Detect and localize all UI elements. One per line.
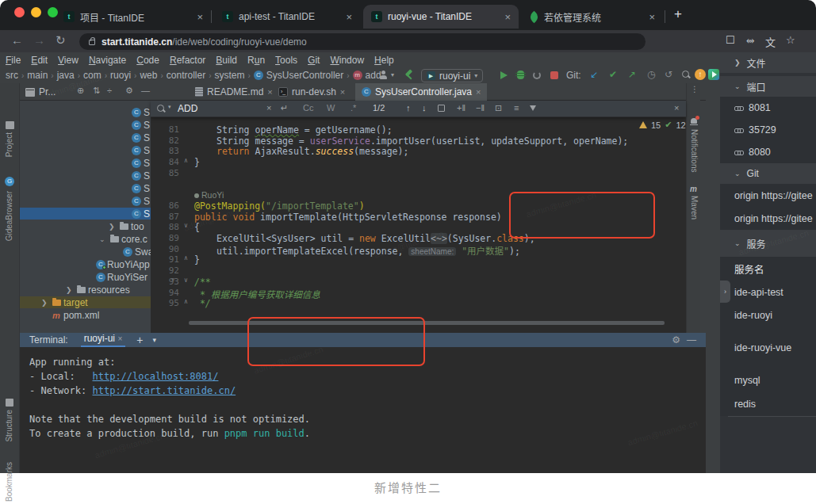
sidebar-collapse-handle[interactable]: › xyxy=(720,281,730,303)
crumb-item[interactable]: controller xyxy=(167,70,205,81)
menu-item-tools[interactable]: Tools xyxy=(275,55,297,66)
stripe-project-label[interactable]: Project xyxy=(5,132,13,157)
stripe-structure-label[interactable]: Structure xyxy=(5,410,13,442)
crumb-item[interactable]: java xyxy=(57,70,75,81)
tree-item-target[interactable]: ❯target xyxy=(20,296,151,308)
profile-button[interactable]: ▾ xyxy=(379,71,394,79)
tree-item-pomxml[interactable]: mpom.xml xyxy=(20,309,151,321)
menu-item-build[interactable]: Build xyxy=(216,55,237,66)
menu-item-edit[interactable]: Edit xyxy=(31,55,48,66)
menu-item-help[interactable]: Help xyxy=(374,55,394,66)
coverage-button[interactable] xyxy=(533,71,541,79)
sidebar-row-mysql[interactable]: mysql xyxy=(720,368,816,392)
inspection-widget[interactable]: 15 ✔ 12 ˄ ˅ xyxy=(639,120,686,130)
collapse-all-icon[interactable]: ÷ xyxy=(107,86,112,95)
menu-item-view[interactable]: View xyxy=(58,55,79,66)
git-push-icon[interactable]: ↗ xyxy=(628,69,636,80)
browser-tab[interactable]: truoyi-vue - TitanIDE× xyxy=(363,5,519,29)
menu-item-run[interactable]: Run xyxy=(247,55,265,66)
project-stripe-icon[interactable] xyxy=(6,121,14,129)
project-tree[interactable]: CSCSCSCSCSCSCSCSCS❯too⌄core.cCSwaCRuoYiA… xyxy=(20,101,151,333)
crumb-item[interactable]: system xyxy=(215,70,245,81)
crumb-class-item[interactable]: CSysUserController xyxy=(254,70,343,81)
tree-item-s[interactable]: CS xyxy=(20,208,151,220)
sidebar-row-ideruoyi[interactable]: ide-ruoyi xyxy=(720,304,816,326)
menu-item-git[interactable]: Git xyxy=(308,55,320,66)
sidebar-section-0[interactable]: ❯文件 xyxy=(720,52,816,73)
bookmark-star-icon[interactable]: ☆ xyxy=(786,34,795,46)
find-open-in-editor-icon[interactable] xyxy=(438,105,445,112)
reload-icon[interactable]: ↻ xyxy=(56,33,66,48)
terminal-tab[interactable]: ruoyi-ui × xyxy=(81,333,126,347)
find-toggle-Cc[interactable]: Cc xyxy=(303,103,313,113)
terminal-dropdown-icon[interactable]: ▾ xyxy=(152,336,156,344)
rollback-icon[interactable]: ↺ xyxy=(665,69,672,80)
window-close-button[interactable] xyxy=(14,7,25,17)
terminal-settings-gear-icon[interactable]: ⚙ xyxy=(672,334,680,346)
tree-item-s[interactable]: CS xyxy=(20,144,151,156)
fold-icon[interactable]: ∧ xyxy=(184,157,188,164)
find-select-all-icon[interactable]: ⊡ xyxy=(495,103,502,113)
stripe-more-icon[interactable]: ⋮ xyxy=(691,85,699,94)
editor-tab[interactable]: ›_run-dev.sh× xyxy=(272,83,351,101)
find-newline-icon[interactable]: ↵ xyxy=(281,103,288,113)
project-panel-title[interactable]: Pr... xyxy=(25,86,56,97)
find-clear-icon[interactable]: × xyxy=(266,103,271,113)
terminal-tab-close-icon[interactable]: × xyxy=(117,334,122,343)
tree-item-resources[interactable]: ❯resources xyxy=(20,284,151,296)
tree-item-s[interactable]: CS xyxy=(20,195,151,207)
password-key-icon[interactable]: ⥈ xyxy=(746,34,754,47)
sidebar-section-3[interactable]: ⌄服务 xyxy=(720,230,816,257)
find-add-selection-icon[interactable]: +‖ xyxy=(457,103,465,113)
sidebar-row-ideapitest[interactable]: ide-api-test xyxy=(720,281,816,304)
stop-button[interactable] xyxy=(550,71,558,79)
browser-tab[interactable]: tapi-test - TitanIDE× xyxy=(214,5,360,29)
search-everywhere-icon[interactable] xyxy=(682,71,691,80)
forward-icon[interactable]: → xyxy=(33,33,45,47)
crumb-item[interactable]: main xyxy=(27,70,48,81)
crumb-item[interactable]: web xyxy=(140,70,157,81)
tree-item-swa[interactable]: CSwa xyxy=(20,246,151,258)
stripe-maven-label[interactable]: Maven xyxy=(690,196,699,220)
find-history-chevron[interactable]: ▾ xyxy=(168,104,171,110)
stripe-gideabrowser-label[interactable]: GideaBrowser xyxy=(5,191,13,241)
menu-item-code[interactable]: Code xyxy=(136,55,159,66)
find-query[interactable]: ADD xyxy=(178,103,197,114)
browser-tab[interactable]: 若依管理系统× xyxy=(522,5,663,29)
tree-item-corec[interactable]: ⌄core.c xyxy=(20,233,151,245)
fold-icon[interactable]: ∨ xyxy=(184,222,188,229)
sidebar-section-2[interactable]: ⌄Git xyxy=(720,163,816,184)
tree-item-s[interactable]: CS xyxy=(20,170,151,181)
share-icon[interactable]: ☐ xyxy=(726,34,735,46)
panel-settings-gear-icon[interactable]: ⚙ xyxy=(125,86,133,96)
editor-tab[interactable]: CSysUserController.java× xyxy=(355,83,487,101)
find-funnel-icon[interactable] xyxy=(530,105,536,111)
menu-item-refactor[interactable]: Refactor xyxy=(170,55,205,66)
find-close-icon[interactable]: × xyxy=(674,103,679,113)
crumb-item[interactable]: src xyxy=(6,70,18,81)
menu-item-navigate[interactable]: Navigate xyxy=(89,55,126,66)
git-history-icon[interactable]: ◷ xyxy=(647,69,655,80)
back-icon[interactable]: ← xyxy=(11,33,23,47)
build-button[interactable] xyxy=(404,71,414,80)
sidebar-row-8081[interactable]: 8081 xyxy=(720,97,816,119)
find-prev-icon[interactable]: ↑ xyxy=(406,103,411,113)
sidebar-section-1[interactable]: ⌄端口 xyxy=(720,76,816,97)
window-minimize-button[interactable] xyxy=(31,7,41,17)
fold-icon[interactable]: ∨ xyxy=(184,277,188,284)
find-toggle-W[interactable]: W xyxy=(327,103,335,113)
git-update-icon[interactable]: ↙ xyxy=(590,69,598,80)
expand-all-icon[interactable]: ⇅ xyxy=(93,86,100,96)
crumb-item[interactable]: com xyxy=(83,70,102,81)
tree-item-too[interactable]: ❯too xyxy=(20,220,151,232)
address-bar[interactable]: start.titanide.cn/ide/web/coding/ruoyi-v… xyxy=(79,33,646,50)
translate-icon[interactable]: 文 xyxy=(765,34,776,49)
browser-tab[interactable]: t项目 - TitanIDE× xyxy=(56,5,211,29)
sidebar-row-originhttpsgitee[interactable]: origin https://gitee xyxy=(720,184,816,207)
tree-item-s[interactable]: CS xyxy=(20,132,151,143)
menu-item-file[interactable]: File xyxy=(6,55,21,66)
menu-item-window[interactable]: Window xyxy=(330,55,364,66)
crumb-method-item[interactable]: madd xyxy=(353,70,381,81)
terminal-new-tab-icon[interactable]: + xyxy=(136,334,143,346)
fold-icon[interactable]: ∧ xyxy=(184,298,188,305)
